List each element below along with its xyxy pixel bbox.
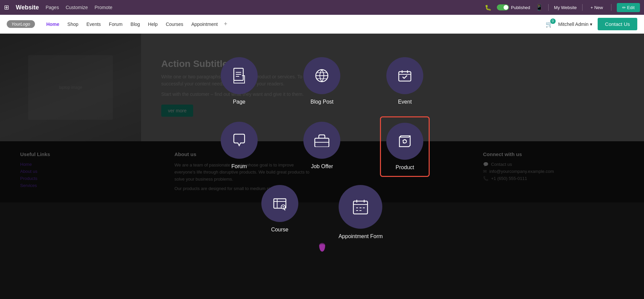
modal-item-product[interactable]: Product <box>380 116 430 177</box>
modal-item-appointment[interactable]: Appointment Form <box>339 185 383 239</box>
product-icon-circle[interactable] <box>386 123 423 160</box>
mobile-icon[interactable]: 📱 <box>535 4 543 11</box>
forum-label: Forum <box>231 163 247 170</box>
cart-icon[interactable]: 🛒0 <box>546 21 553 28</box>
page-label: Page <box>233 99 245 105</box>
admin-brand: Website <box>16 4 39 11</box>
bug-icon[interactable]: 🐛 <box>485 4 491 11</box>
cart-badge: 0 <box>550 18 556 24</box>
nav-help[interactable]: Help <box>145 20 161 29</box>
logo[interactable]: YourLogo <box>7 20 35 28</box>
published-toggle[interactable]: Published <box>497 4 530 10</box>
blog-icon-circle[interactable] <box>303 57 340 94</box>
svg-point-21 <box>283 206 284 208</box>
nav-shop[interactable]: Shop <box>64 20 82 29</box>
pages-nav[interactable]: Pages <box>46 5 59 10</box>
nav-courses[interactable]: Courses <box>162 20 186 29</box>
modal-item-page[interactable]: Page <box>221 57 258 105</box>
appointment-label: Appointment Form <box>339 233 383 239</box>
customize-nav[interactable]: Customize <box>66 5 88 10</box>
nav-forum[interactable]: Forum <box>105 20 126 29</box>
published-label: Published <box>511 5 530 10</box>
divider2 <box>582 4 583 11</box>
nav-plus-icon[interactable]: + <box>224 21 227 28</box>
course-icon-circle[interactable] <box>261 185 298 222</box>
user-name: Mitchell Admin <box>558 22 589 27</box>
modal-item-course[interactable]: Course <box>261 185 298 239</box>
nav-home[interactable]: Home <box>43 20 63 29</box>
nav-links: Home Shop Events Forum Blog Help Courses… <box>43 20 546 29</box>
job-label: Job Offer <box>311 163 333 170</box>
website-nav: YourLogo Home Shop Events Forum Blog Hel… <box>0 15 644 34</box>
svg-rect-8 <box>399 72 411 81</box>
nav-events[interactable]: Events <box>83 20 104 29</box>
page-icon-circle[interactable] <box>221 57 258 94</box>
modal-item-forum[interactable]: Forum <box>221 122 258 172</box>
new-button[interactable]: + New <box>588 4 606 11</box>
promote-nav[interactable]: Promote <box>95 5 113 10</box>
event-label: Event <box>398 99 412 105</box>
appointment-icon-circle[interactable] <box>339 185 382 229</box>
blog-label: Blog Post <box>310 99 333 105</box>
modal-item-blog[interactable]: Blog Post <box>303 57 340 105</box>
user-dropdown-icon: ▾ <box>590 22 592 27</box>
nav-appointment[interactable]: Appointment <box>188 20 221 29</box>
divider3 <box>611 4 611 11</box>
product-label: Product <box>396 164 414 171</box>
modal-item-event[interactable]: Event <box>386 57 423 105</box>
event-icon-circle[interactable] <box>386 57 423 94</box>
modal-item-job[interactable]: Job Offer <box>303 122 340 172</box>
odoo-drop-icon <box>319 243 325 252</box>
forum-icon-circle[interactable] <box>221 122 258 159</box>
user-area[interactable]: Mitchell Admin ▾ <box>558 22 592 27</box>
nav-blog[interactable]: Blog <box>127 20 143 29</box>
admin-bar: ⊞ Website Pages Customize Promote 🐛 Publ… <box>0 0 644 15</box>
course-label: Course <box>271 227 289 233</box>
edit-button[interactable]: ✏ Edit <box>617 3 640 12</box>
grid-icon[interactable]: ⊞ <box>4 4 9 11</box>
cart-area[interactable]: 🛒0 <box>546 21 553 28</box>
contact-us-button[interactable]: Contact Us <box>598 18 637 30</box>
new-content-modal: Page Blog Post <box>195 44 450 265</box>
modal-grid: Page Blog Post <box>208 57 436 172</box>
toggle-switch[interactable] <box>497 4 509 10</box>
job-icon-circle[interactable] <box>303 122 340 159</box>
divider <box>548 4 549 11</box>
my-website-btn[interactable]: My Website <box>554 5 577 10</box>
